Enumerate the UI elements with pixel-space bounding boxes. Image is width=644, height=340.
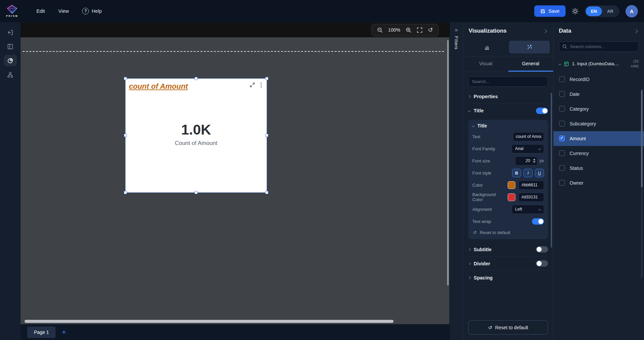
font-family-select[interactable]: Arial: [512, 144, 544, 153]
italic-button[interactable]: I: [523, 169, 533, 177]
tab-visual[interactable]: Visual: [463, 56, 508, 72]
divider-toggle[interactable]: [536, 260, 548, 267]
kpi-widget[interactable]: count of Amount ⋮ 1.0K Count of Amount: [125, 78, 267, 193]
resize-handle[interactable]: [265, 77, 268, 80]
reset-view-icon[interactable]: ↺: [428, 26, 433, 34]
resize-handle[interactable]: [195, 191, 198, 194]
column-row-recordid[interactable]: RecordID: [553, 72, 644, 87]
data-panel-scrollbar-thumb[interactable]: [641, 90, 643, 187]
title-settings-header[interactable]: Title: [472, 123, 544, 128]
resize-handle[interactable]: [124, 134, 127, 137]
menu-view[interactable]: View: [58, 8, 69, 14]
avatar[interactable]: A: [625, 5, 638, 17]
tab-formatting[interactable]: [509, 41, 550, 53]
horizontal-scrollbar[interactable]: [25, 320, 394, 323]
column-label: Amount: [570, 136, 586, 141]
data-panel-scrollbar[interactable]: [641, 90, 643, 278]
zoom-out-button[interactable]: [377, 27, 383, 33]
section-properties[interactable]: Properties: [468, 89, 548, 104]
section-title[interactable]: Title: [468, 104, 548, 118]
column-row-subcategory[interactable]: Subcategory: [553, 116, 644, 131]
collapse-data-icon[interactable]: [633, 27, 639, 35]
add-page-button[interactable]: +: [62, 329, 66, 336]
subtitle-toggle[interactable]: [536, 246, 548, 253]
layout-icon[interactable]: [4, 41, 17, 52]
reset-to-default-button[interactable]: ↺ Reset to default: [468, 320, 548, 335]
menu-edit[interactable]: Edit: [36, 8, 45, 14]
vertical-scrollbar[interactable]: [447, 40, 449, 319]
viz-settings-scroll: Properties Title Title Text: [463, 89, 553, 316]
alignment-select[interactable]: Left: [512, 205, 544, 214]
flow-sitemap-icon[interactable]: [4, 69, 17, 80]
expand-filters-icon[interactable]: »: [455, 27, 458, 33]
resize-handle[interactable]: [195, 77, 198, 80]
checkbox-checked[interactable]: [559, 136, 565, 141]
viz-panel-scrollbar[interactable]: [551, 93, 552, 248]
column-label: Date: [570, 91, 580, 97]
collapse-visualizations-icon[interactable]: [542, 27, 548, 35]
bold-button[interactable]: B: [512, 169, 521, 177]
text-wrap-row: Text wrap: [472, 215, 544, 227]
data-search-input[interactable]: [559, 41, 639, 52]
lang-ar-button[interactable]: AR: [602, 6, 618, 16]
title-color-input[interactable]: [518, 181, 544, 190]
dashboard-canvas[interactable]: count of Amount ⋮ 1.0K Count of Amount: [21, 37, 449, 324]
underline-button[interactable]: U: [535, 169, 544, 177]
resize-handle[interactable]: [265, 134, 268, 137]
lang-en-button[interactable]: EN: [586, 6, 602, 16]
filters-label[interactable]: Filters: [454, 36, 459, 49]
theme-toggle-button[interactable]: [572, 8, 579, 15]
help-icon: ?: [82, 8, 89, 14]
title-reset-to-default[interactable]: ↺ Reset to default: [472, 227, 544, 236]
charts-pie-icon[interactable]: [4, 55, 17, 66]
background-color-input[interactable]: [518, 193, 544, 202]
section-divider[interactable]: Divider: [468, 257, 548, 271]
column-row-amount[interactable]: Amount: [553, 131, 644, 146]
text-wrap-toggle[interactable]: [532, 218, 544, 225]
column-row-currency[interactable]: Currency: [553, 146, 644, 161]
fit-screen-button[interactable]: [417, 27, 422, 33]
checkbox[interactable]: [559, 76, 565, 82]
zoom-in-button[interactable]: [406, 27, 411, 33]
app-logo[interactable]: PRISM: [6, 5, 18, 17]
tab-page-1[interactable]: Page 1: [27, 327, 56, 338]
resize-handle[interactable]: [124, 191, 127, 194]
column-row-status[interactable]: Status: [553, 161, 644, 176]
widget-title: count of Amount: [126, 79, 267, 91]
checkbox[interactable]: [559, 165, 565, 171]
checkbox[interactable]: [559, 121, 565, 126]
font-size-unit: px: [540, 158, 544, 163]
menu-help[interactable]: ? Help: [82, 8, 102, 14]
color-label: Color: [472, 183, 505, 188]
font-style-label: Font style: [472, 171, 509, 176]
title-text-input[interactable]: [513, 132, 544, 141]
visualizations-panel: Visualizations: [463, 23, 553, 340]
checkbox[interactable]: [559, 106, 565, 112]
title-toggle[interactable]: [536, 108, 548, 114]
section-spacing[interactable]: Spacing: [468, 271, 548, 285]
resize-handle[interactable]: [124, 77, 127, 80]
widget-body: 1.0K Count of Amount: [126, 122, 267, 147]
title-color-swatch[interactable]: [508, 181, 515, 189]
checkbox[interactable]: [559, 91, 565, 97]
resize-handle[interactable]: [265, 191, 268, 194]
column-row-owner[interactable]: Owner: [553, 176, 644, 190]
data-source-row[interactable]: 1. Input (DumboData.... (10 cols): [553, 56, 644, 72]
save-button[interactable]: Save: [534, 5, 566, 17]
column-row-category[interactable]: Category: [553, 102, 644, 116]
exit-editor-icon[interactable]: [4, 27, 17, 38]
expand-icon[interactable]: [250, 82, 255, 87]
background-color-swatch[interactable]: [508, 193, 515, 201]
column-row-date[interactable]: Date: [553, 87, 644, 102]
section-subtitle[interactable]: Subtitle: [468, 242, 548, 257]
tab-chart-types[interactable]: [467, 41, 508, 53]
kebab-menu-icon[interactable]: ⋮: [258, 82, 264, 88]
viz-search-input[interactable]: [468, 76, 548, 87]
checkbox[interactable]: [559, 180, 565, 186]
font-size-stepper[interactable]: [533, 159, 536, 163]
tab-general[interactable]: General: [508, 56, 553, 72]
checkbox[interactable]: [559, 150, 565, 156]
alignment-row: Alignment Left: [472, 203, 544, 215]
canvas-top-strip: 100% ↺: [21, 23, 449, 37]
vertical-scrollbar-thumb[interactable]: [447, 40, 449, 286]
